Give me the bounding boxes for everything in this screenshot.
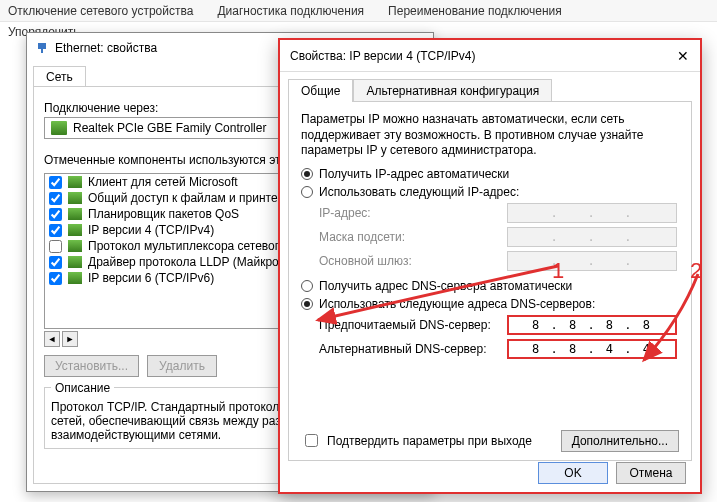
item-label: Клиент для сетей Microsoft <box>88 175 238 189</box>
checkbox[interactable] <box>49 176 62 189</box>
subnet-mask-label: Маска подсети: <box>319 230 507 244</box>
tab-alt-config[interactable]: Альтернативная конфигурация <box>353 79 552 102</box>
info-paragraph: Параметры IP можно назначать автоматичес… <box>301 112 679 159</box>
component-icon <box>68 192 82 204</box>
ok-button[interactable]: OK <box>538 462 608 484</box>
scroll-left-icon[interactable]: ◄ <box>44 331 60 347</box>
checkbox[interactable] <box>49 256 62 269</box>
radio-label: Использовать следующий IP-адрес: <box>319 185 519 199</box>
svg-rect-1 <box>41 49 43 53</box>
cmd-diagnose[interactable]: Диагностика подключения <box>217 4 364 18</box>
radio-label: Использовать следующие адреса DNS-сервер… <box>319 297 595 311</box>
window-title: Ethernet: свойства <box>55 41 157 55</box>
checkbox[interactable] <box>49 240 62 253</box>
ipv4-properties-window: Свойства: IP версии 4 (TCP/IPv4) ✕ Общие… <box>278 38 702 494</box>
checkbox[interactable] <box>49 272 62 285</box>
radio-dns-manual[interactable]: Использовать следующие адреса DNS-сервер… <box>301 297 679 311</box>
item-label: IP версии 6 (TCP/IPv6) <box>88 271 214 285</box>
cmd-disable[interactable]: Отключение сетевого устройства <box>8 4 193 18</box>
validate-checkbox-row[interactable]: Подтвердить параметры при выходе <box>301 431 532 450</box>
item-label: Драйвер протокола LLDP (Майкрос <box>88 255 285 269</box>
item-label: Планировщик пакетов QoS <box>88 207 239 221</box>
scroll-right-icon[interactable]: ► <box>62 331 78 347</box>
component-icon <box>68 224 82 236</box>
window-title: Свойства: IP версии 4 (TCP/IPv4) <box>290 49 476 63</box>
close-icon[interactable]: ✕ <box>676 49 690 63</box>
checkbox[interactable] <box>49 208 62 221</box>
annotation-1: 1 <box>552 258 564 284</box>
uninstall-button[interactable]: Удалить <box>147 355 217 377</box>
validate-label: Подтвердить параметры при выходе <box>327 434 532 448</box>
checkbox[interactable] <box>49 192 62 205</box>
adapter-name: Realtek PCIe GBE Family Controller <box>73 121 266 135</box>
subnet-mask-field: . . . <box>507 227 677 247</box>
svg-rect-0 <box>38 43 46 49</box>
radio-icon[interactable] <box>301 280 313 292</box>
cmd-rename[interactable]: Переименование подключения <box>388 4 562 18</box>
gateway-field: . . . <box>507 251 677 271</box>
checkbox[interactable] <box>49 224 62 237</box>
explorer-toolbar: Отключение сетевого устройства Диагности… <box>0 0 717 22</box>
window-titlebar: Свойства: IP версии 4 (TCP/IPv4) ✕ <box>280 40 700 72</box>
radio-icon[interactable] <box>301 298 313 310</box>
component-icon <box>68 176 82 188</box>
dns-pref-field[interactable]: 8 . 8 . 8 . 8 <box>507 315 677 335</box>
radio-ip-auto[interactable]: Получить IP-адрес автоматически <box>301 167 679 181</box>
dns-alt-field[interactable]: 8 . 8 . 4 . 4 <box>507 339 677 359</box>
ethernet-icon <box>35 41 49 55</box>
radio-icon[interactable] <box>301 186 313 198</box>
ip-address-label: IP-адрес: <box>319 206 507 220</box>
radio-label: Получить IP-адрес автоматически <box>319 167 509 181</box>
install-button[interactable]: Установить... <box>44 355 139 377</box>
component-icon <box>68 256 82 268</box>
item-label: IP версии 4 (TCP/IPv4) <box>88 223 214 237</box>
description-title: Описание <box>51 381 114 395</box>
dns-pref-label: Предпочитаемый DNS-сервер: <box>319 318 507 332</box>
radio-dns-auto[interactable]: Получить адрес DNS-сервера автоматически <box>301 279 679 293</box>
component-icon <box>68 272 82 284</box>
dns-alt-label: Альтернативный DNS-сервер: <box>319 342 507 356</box>
component-icon <box>68 208 82 220</box>
radio-label: Получить адрес DNS-сервера автоматически <box>319 279 572 293</box>
cancel-button[interactable]: Отмена <box>616 462 686 484</box>
radio-icon[interactable] <box>301 168 313 180</box>
tab-general[interactable]: Общие <box>288 79 353 102</box>
nic-icon <box>51 121 67 135</box>
gateway-label: Основной шлюз: <box>319 254 507 268</box>
advanced-button[interactable]: Дополнительно... <box>561 430 679 452</box>
component-icon <box>68 240 82 252</box>
item-label: Протокол мультиплексора сетевого <box>88 239 286 253</box>
ip-address-field: . . . <box>507 203 677 223</box>
validate-checkbox[interactable] <box>305 434 318 447</box>
radio-ip-manual[interactable]: Использовать следующий IP-адрес: <box>301 185 679 199</box>
annotation-2: 2 <box>690 258 702 284</box>
item-label: Общий доступ к файлам и принтерам <box>88 191 299 205</box>
tab-network[interactable]: Сеть <box>33 66 86 87</box>
